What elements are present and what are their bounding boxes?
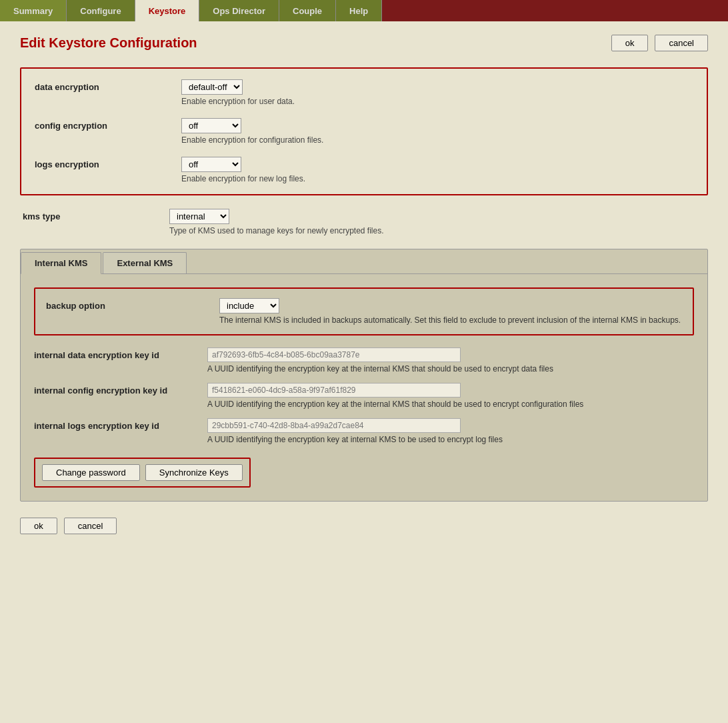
data-key-label: internal data encryption key id (34, 347, 207, 360)
kms-type-hint: Type of KMS used to manage keys for newl… (169, 226, 705, 235)
page-title: Edit Keystore Configuration (20, 35, 197, 51)
config-key-row: internal config encryption key id A UUID… (34, 383, 694, 409)
logs-key-row: internal logs encryption key id A UUID i… (34, 418, 694, 444)
backup-option-hint: The internal KMS is included in backups … (219, 315, 682, 325)
title-buttons: ok cancel (611, 35, 708, 51)
kms-type-control: internal external Type of KMS used to ma… (169, 209, 705, 235)
tab-internal-kms[interactable]: Internal KMS (21, 252, 101, 274)
backup-option-row: backup option include exclude The intern… (46, 298, 682, 325)
data-key-row: internal data encryption key id A UUID i… (34, 347, 694, 374)
data-encryption-hint: Enable encryption for user data. (181, 97, 693, 106)
data-key-hint: A UUID identifying the encryption key at… (207, 364, 694, 374)
tab-couple[interactable]: Couple (279, 0, 336, 21)
backup-option-control: include exclude The internal KMS is incl… (219, 298, 682, 325)
page-title-row: Edit Keystore Configuration ok cancel (20, 35, 708, 51)
config-key-hint: A UUID identifying the encryption key at… (207, 400, 694, 409)
data-key-input[interactable] (207, 347, 461, 362)
logs-encryption-label: logs encryption (35, 157, 181, 169)
ok-button-top[interactable]: ok (611, 35, 649, 51)
tab-bottom-buttons: Change password Synchronize Keys (34, 458, 251, 488)
tab-keystore[interactable]: Keystore (135, 0, 200, 21)
tab-configure[interactable]: Configure (67, 0, 135, 21)
change-password-button[interactable]: Change password (42, 464, 140, 481)
ok-button-bottom[interactable]: ok (20, 518, 57, 534)
data-key-control: A UUID identifying the encryption key at… (207, 347, 694, 374)
cancel-button-top[interactable]: cancel (655, 35, 708, 51)
config-encryption-hint: Enable encryption for configuration file… (181, 135, 693, 145)
config-encryption-label: config encryption (35, 118, 181, 131)
tab-help[interactable]: Help (336, 0, 382, 21)
backup-option-label: backup option (46, 298, 219, 311)
config-encryption-control: off on Enable encryption for configurati… (181, 118, 693, 145)
top-navigation: Summary Configure Keystore Ops Director … (0, 0, 728, 21)
tab-ops-director[interactable]: Ops Director (199, 0, 279, 21)
cancel-button-bottom[interactable]: cancel (64, 518, 117, 534)
data-encryption-select[interactable]: default-off on off (181, 79, 243, 95)
logs-encryption-row: logs encryption off on Enable encryption… (35, 157, 693, 183)
backup-option-section: backup option include exclude The intern… (34, 287, 694, 335)
kms-tabs-header: Internal KMS External KMS (21, 249, 707, 274)
data-encryption-label: data encryption (35, 79, 181, 92)
kms-tabs-container: Internal KMS External KMS backup option … (20, 249, 708, 502)
config-key-input[interactable] (207, 383, 461, 398)
internal-kms-tab-content: backup option include exclude The intern… (21, 274, 707, 501)
config-encryption-select[interactable]: off on (181, 118, 241, 133)
config-key-label: internal config encryption key id (34, 383, 207, 396)
main-content: Edit Keystore Configuration ok cancel da… (0, 21, 728, 548)
logs-encryption-hint: Enable encryption for new log files. (181, 174, 693, 183)
data-encryption-row: data encryption default-off on off Enabl… (35, 79, 693, 106)
data-encryption-control: default-off on off Enable encryption for… (181, 79, 693, 106)
config-key-control: A UUID identifying the encryption key at… (207, 383, 694, 409)
tab-external-kms[interactable]: External KMS (103, 252, 187, 273)
kms-type-select[interactable]: internal external (169, 209, 229, 224)
config-encryption-row: config encryption off on Enable encrypti… (35, 118, 693, 145)
logs-key-input[interactable] (207, 418, 461, 433)
logs-key-label: internal logs encryption key id (34, 418, 207, 431)
logs-key-control: A UUID identifying the encryption key at… (207, 418, 694, 444)
logs-encryption-control: off on Enable encryption for new log fil… (181, 157, 693, 183)
encryption-section: data encryption default-off on off Enabl… (20, 67, 708, 195)
backup-option-select[interactable]: include exclude (219, 298, 279, 313)
logs-encryption-select[interactable]: off on (181, 157, 241, 172)
kms-type-label: kms type (23, 209, 169, 221)
bottom-buttons: ok cancel (20, 518, 708, 534)
logs-key-hint: A UUID identifying the encryption key at… (207, 435, 694, 444)
tab-summary[interactable]: Summary (0, 0, 67, 21)
synchronize-keys-button[interactable]: Synchronize Keys (145, 464, 243, 481)
kms-type-row: kms type internal external Type of KMS u… (20, 209, 708, 235)
